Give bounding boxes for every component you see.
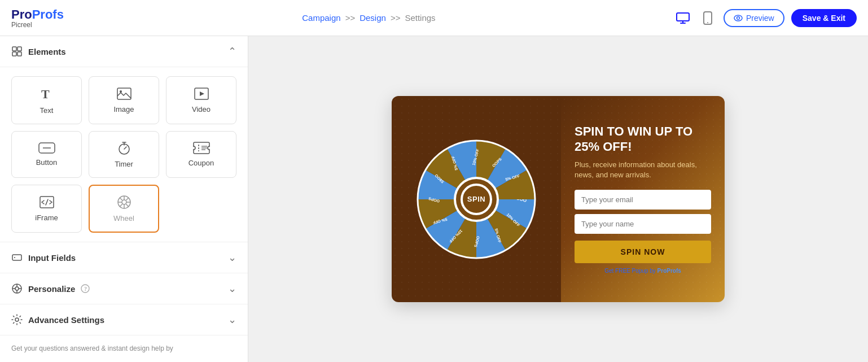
element-wheel-label: Wheel xyxy=(113,214,134,223)
element-button[interactable]: Button xyxy=(11,131,82,178)
popup-subtitle: Plus, receive information about deals, n… xyxy=(575,160,711,180)
iframe-element-icon xyxy=(39,195,55,209)
button-element-icon xyxy=(38,142,55,154)
bottom-help-text: Get your questions answered & instant de… xyxy=(0,335,248,361)
element-image-label: Image xyxy=(113,105,134,114)
elements-header-left: Elements xyxy=(11,46,66,57)
svg-point-38 xyxy=(15,287,19,290)
preview-button[interactable]: Preview xyxy=(724,9,784,27)
main-layout: Elements ⌃ T Text Image xyxy=(0,36,868,362)
nav-right: Preview Save & Exit xyxy=(674,9,857,27)
popup-footer-text: Get FREE Popup by xyxy=(604,268,657,274)
nav-design[interactable]: Design xyxy=(360,13,386,23)
svg-point-26 xyxy=(122,200,126,204)
advanced-settings-header-left: Advanced Settings xyxy=(11,314,104,325)
svg-rect-8 xyxy=(17,52,21,56)
element-coupon[interactable]: Coupon xyxy=(166,131,236,178)
svg-rect-35 xyxy=(12,255,21,260)
element-wheel[interactable]: Wheel xyxy=(89,185,159,233)
content-area: $OOO 10% OFF 5% OFF OOPS xyxy=(248,36,868,362)
wheel-element-icon xyxy=(117,195,131,210)
image-element-icon xyxy=(116,87,132,101)
svg-point-2 xyxy=(707,22,708,23)
logo-profs: Profs xyxy=(32,7,64,21)
element-video[interactable]: Video xyxy=(166,76,236,124)
element-coupon-label: Coupon xyxy=(188,159,214,167)
svg-line-34 xyxy=(119,204,122,207)
popup-footer-link: ProProfs xyxy=(657,268,681,274)
svg-line-33 xyxy=(126,198,129,200)
coupon-element-icon xyxy=(193,142,210,154)
mobile-icon[interactable] xyxy=(699,9,717,27)
top-nav: ProProfs Picreel Campaign >> Design >> S… xyxy=(0,0,868,36)
element-text[interactable]: T Text xyxy=(11,76,82,124)
svg-rect-6 xyxy=(17,47,21,51)
input-fields-section-header[interactable]: Input Fields ⌄ xyxy=(0,242,248,273)
input-fields-header-left: Input Fields xyxy=(11,252,76,263)
personalize-icon xyxy=(11,283,23,294)
svg-rect-5 xyxy=(12,47,16,51)
element-timer-label: Timer xyxy=(115,160,133,168)
popup-wheel-side: $OOO 10% OFF 5% OFF OOPS xyxy=(392,96,561,302)
advanced-settings-chevron: ⌄ xyxy=(228,313,236,326)
svg-point-18 xyxy=(193,146,195,150)
timer-element-icon xyxy=(117,141,131,155)
nav-settings[interactable]: Settings xyxy=(405,13,435,23)
popup-footer: Get FREE Popup by ProProfs xyxy=(575,268,711,274)
logo-sub: Picreel xyxy=(11,21,32,29)
desktop-icon[interactable] xyxy=(674,9,692,27)
input-fields-chevron: ⌄ xyxy=(228,251,236,264)
popup-title: SPIN TO WIN UP TO 25% OFF! xyxy=(575,124,711,154)
svg-rect-0 xyxy=(677,13,689,21)
svg-point-11 xyxy=(120,90,122,93)
popup-email-input[interactable] xyxy=(575,190,711,210)
element-text-label: Text xyxy=(40,106,54,115)
preview-label: Preview xyxy=(746,14,774,23)
advanced-settings-label: Advanced Settings xyxy=(28,315,104,325)
popup-form-inner: SPIN TO WIN UP TO 25% OFF! Plus, receive… xyxy=(575,124,711,273)
advanced-settings-icon xyxy=(11,314,23,325)
elements-label: Elements xyxy=(28,47,66,56)
nav-arrow2: >> xyxy=(391,13,401,23)
element-image[interactable]: Image xyxy=(89,76,159,124)
sidebar: Elements ⌃ T Text Image xyxy=(0,36,248,362)
wheel-center-label: SPIN xyxy=(461,184,492,215)
advanced-settings-section-header[interactable]: Advanced Settings ⌄ xyxy=(0,304,248,335)
breadcrumb: Campaign >> Design >> Settings xyxy=(302,13,435,23)
save-exit-button[interactable]: Save & Exit xyxy=(791,9,857,27)
personalize-label: Personalize xyxy=(28,284,75,294)
element-button-label: Button xyxy=(36,158,58,167)
personalize-help-icon: ? xyxy=(81,284,90,293)
personalize-section-header[interactable]: Personalize ? ⌄ xyxy=(0,273,248,304)
element-iframe[interactable]: iFrame xyxy=(11,185,82,233)
video-element-icon xyxy=(194,87,209,101)
svg-line-31 xyxy=(119,198,122,200)
svg-text:T: T xyxy=(41,87,50,101)
element-iframe-label: iFrame xyxy=(35,213,58,222)
elements-icon xyxy=(11,46,23,57)
logo-pro: Pro xyxy=(11,7,32,21)
nav-arrow1: >> xyxy=(345,13,356,23)
popup-preview: $OOO 10% OFF 5% OFF OOPS xyxy=(392,96,725,302)
popup-spin-button[interactable]: SPIN NOW xyxy=(575,241,711,263)
svg-point-4 xyxy=(737,16,739,19)
svg-line-32 xyxy=(126,204,129,207)
element-timer[interactable]: Timer xyxy=(89,131,159,178)
svg-marker-13 xyxy=(200,91,204,96)
input-fields-label: Input Fields xyxy=(28,253,76,263)
element-video-label: Video xyxy=(192,105,211,114)
personalize-chevron: ⌄ xyxy=(228,282,236,295)
popup-form-side: SPIN TO WIN UP TO 25% OFF! Plus, receive… xyxy=(561,96,725,302)
elements-section-header[interactable]: Elements ⌃ xyxy=(0,36,248,67)
elements-grid: T Text Image Video xyxy=(0,67,248,242)
svg-point-19 xyxy=(208,146,210,150)
svg-point-3 xyxy=(734,15,742,21)
popup-name-input[interactable] xyxy=(575,214,711,234)
elements-chevron: ⌃ xyxy=(228,45,236,58)
wheel-wrapper: $OOO 10% OFF 5% OFF OOPS xyxy=(409,132,544,267)
svg-text:?: ? xyxy=(84,286,87,292)
nav-campaign[interactable]: Campaign xyxy=(302,13,340,23)
svg-point-45 xyxy=(15,318,19,321)
text-element-icon: T xyxy=(39,86,55,102)
svg-rect-7 xyxy=(12,52,16,56)
